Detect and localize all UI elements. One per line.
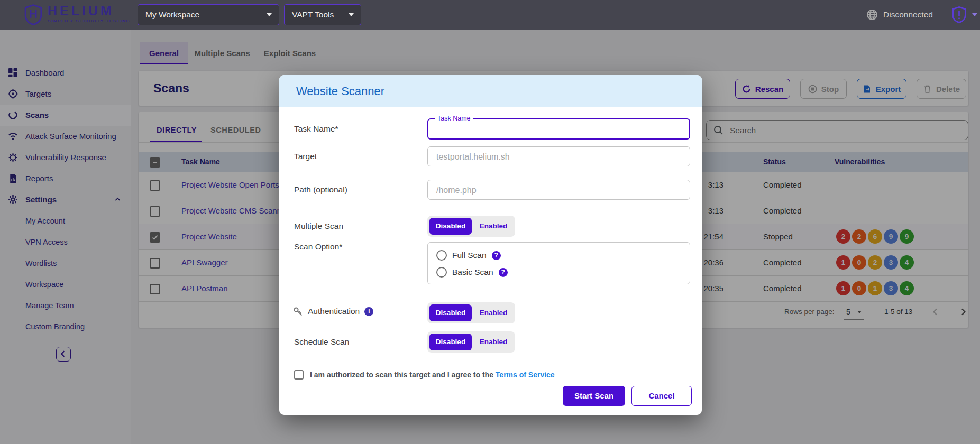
globe-icon	[866, 9, 878, 21]
target-field-wrap	[427, 146, 690, 166]
vapt-tools-select-value: VAPT Tools	[292, 5, 334, 24]
scan-option-label: Scan Option*	[294, 242, 342, 252]
vapt-tools-select[interactable]: VAPT Tools	[284, 4, 361, 25]
modal-header: Website Scanner	[279, 75, 702, 107]
connection-status: Disconnected	[883, 0, 933, 30]
full-scan-label: Full Scan	[452, 251, 487, 260]
multiple-scan-disabled-option[interactable]: Disabled	[429, 218, 472, 235]
top-bar: HELIUM SIMPLIFY SECURITY TESTING My Work…	[0, 0, 980, 30]
workspace-select[interactable]: My Workspace	[138, 4, 279, 25]
task-name-input[interactable]	[436, 119, 681, 140]
multiple-scan-enabled-option[interactable]: Enabled	[472, 216, 515, 237]
modal-title: Website Scanner	[296, 75, 384, 107]
brand-name: HELIUM	[48, 4, 130, 17]
website-scanner-modal: Website Scanner Task Name* Task Name Tar…	[279, 75, 702, 415]
authentication-label: Authentication	[308, 306, 360, 317]
app-window: HELIUM SIMPLIFY SECURITY TESTING My Work…	[0, 0, 980, 444]
path-label: Path (optional)	[294, 184, 347, 195]
chevron-down-icon	[267, 13, 272, 16]
key-icon	[293, 307, 303, 317]
schedule-scan-label: Schedule Scan	[294, 337, 349, 347]
schedule-scan-enabled-option[interactable]: Enabled	[472, 331, 515, 353]
terms-of-service-link[interactable]: Terms of Service	[496, 371, 555, 379]
brand-block: HELIUM SIMPLIFY SECURITY TESTING	[48, 4, 130, 23]
authorization-text: I am authorized to scan this target and …	[310, 370, 555, 380]
basic-scan-label: Basic Scan	[452, 267, 493, 277]
start-scan-button[interactable]: Start Scan	[563, 386, 625, 406]
help-icon[interactable]: ?	[499, 268, 508, 277]
authentication-toggle: Disabled Enabled	[427, 302, 515, 323]
chevron-down-icon	[349, 13, 354, 16]
multiple-scan-toggle: Disabled Enabled	[427, 216, 515, 237]
multiple-scan-label: Multiple Scan	[294, 221, 343, 232]
authentication-disabled-option[interactable]: Disabled	[429, 304, 472, 321]
workspace-select-value: My Workspace	[145, 5, 199, 24]
info-icon[interactable]: i	[364, 307, 373, 316]
authentication-label-row: Authentication i	[293, 306, 373, 317]
agreement-text: I am authorized to scan this target and …	[310, 371, 496, 379]
target-input[interactable]	[435, 147, 681, 167]
target-label: Target	[294, 151, 317, 162]
authorization-checkbox[interactable]	[294, 370, 304, 380]
path-input[interactable]	[435, 180, 681, 200]
account-shield-icon[interactable]	[952, 6, 966, 23]
basic-scan-option: Basic Scan ?	[436, 266, 508, 278]
task-name-field-wrap: Task Name	[427, 118, 690, 140]
schedule-scan-toggle: Disabled Enabled	[427, 331, 515, 353]
schedule-scan-disabled-option[interactable]: Disabled	[429, 334, 472, 350]
cancel-button[interactable]: Cancel	[631, 386, 692, 406]
divider	[279, 364, 702, 364]
chevron-down-icon[interactable]	[972, 13, 977, 16]
help-icon[interactable]: ?	[492, 251, 501, 260]
authentication-enabled-option[interactable]: Enabled	[472, 302, 515, 323]
brand-tagline: SIMPLIFY SECURITY TESTING	[48, 18, 130, 23]
full-scan-option: Full Scan ?	[436, 249, 501, 261]
full-scan-radio[interactable]	[436, 250, 447, 261]
basic-scan-radio[interactable]	[436, 267, 447, 278]
task-name-label: Task Name*	[294, 124, 338, 134]
scan-option-group: Full Scan ? Basic Scan ?	[427, 242, 690, 284]
helium-logo-shield-icon	[24, 4, 42, 26]
path-field-wrap	[427, 180, 690, 200]
